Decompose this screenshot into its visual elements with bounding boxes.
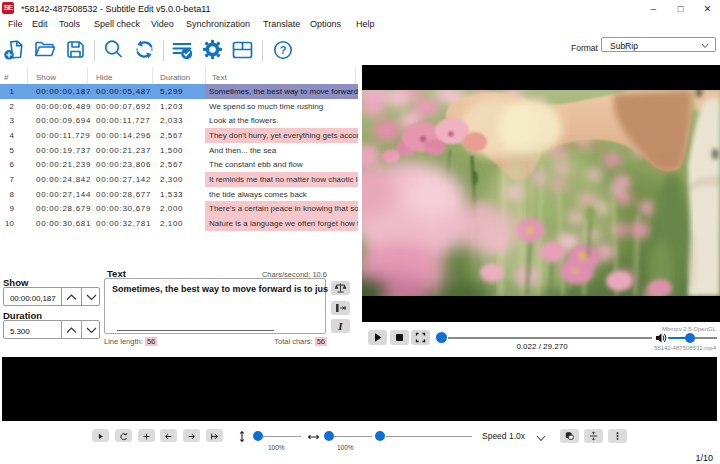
svg-text:?: ? (280, 44, 287, 56)
svg-text:I: I (337, 320, 343, 332)
